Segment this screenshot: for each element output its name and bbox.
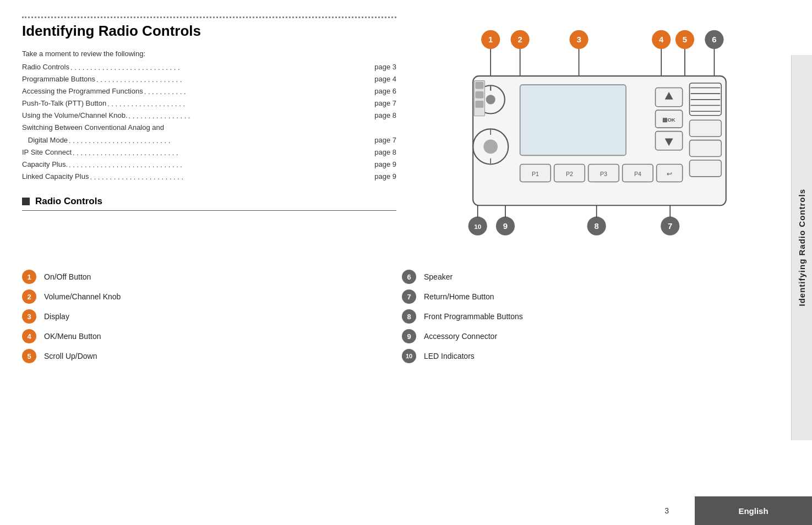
- main-content: Identifying Radio Controls Take a moment…: [22, 17, 396, 223]
- svg-text:▦OK: ▦OK: [662, 117, 675, 123]
- sidebar-tab: Identifying Radio Controls: [791, 55, 812, 440]
- control-label-8: Front Programmable Buttons: [424, 312, 523, 321]
- control-item-4: 4 OK/Menu Button: [22, 329, 402, 343]
- toc-intro: Take a moment to review the following:: [22, 50, 396, 58]
- section-title: Radio Controls: [22, 196, 396, 211]
- toc-item: IP Site Connect . . . . . . . . . . . . …: [22, 146, 396, 158]
- control-item-2: 2 Volume/Channel Knob: [22, 289, 402, 304]
- control-label-7: Return/Home Button: [424, 292, 494, 301]
- svg-text:7: 7: [668, 221, 672, 231]
- control-label-4: OK/Menu Button: [44, 332, 101, 341]
- svg-rect-53: [475, 82, 483, 89]
- svg-text:1: 1: [488, 35, 493, 44]
- badge-8: 8: [402, 309, 416, 324]
- control-item-1: 1 On/Off Button: [22, 270, 402, 284]
- sidebar-tab-text: Identifying Radio Controls: [797, 189, 806, 307]
- control-label-10: LED Indicators: [424, 352, 475, 360]
- control-item-8: 8 Front Programmable Buttons: [402, 309, 782, 324]
- toc-item: Capacity Plus. . . . . . . . . . . . . .…: [22, 158, 396, 171]
- toc-item: Radio Controls . . . . . . . . . . . . .…: [22, 61, 396, 73]
- language-bar: English: [695, 496, 812, 525]
- svg-text:P4: P4: [634, 171, 641, 177]
- toc-item: Switching Between Conventional Analog an…: [22, 122, 396, 134]
- control-label-3: Display: [44, 312, 69, 321]
- toc-item: Digital Mode . . . . . . . . . . . . . .…: [22, 134, 396, 146]
- control-label-2: Volume/Channel Knob: [44, 292, 121, 301]
- badge-2: 2: [22, 289, 36, 304]
- svg-rect-51: [690, 160, 722, 177]
- badge-3: 3: [22, 309, 36, 324]
- svg-text:4: 4: [659, 35, 664, 44]
- svg-point-20: [486, 95, 495, 104]
- control-label-6: Speaker: [424, 272, 453, 281]
- svg-rect-54: [475, 91, 483, 99]
- svg-text:10: 10: [474, 223, 482, 230]
- controls-two-col: 1 On/Off Button 2 Volume/Channel Knob 3 …: [22, 270, 782, 363]
- control-item-6: 6 Speaker: [402, 270, 782, 284]
- decorative-dotted-line: [22, 17, 396, 18]
- toc-item: Using the Volume/Channel Knob. . . . . .…: [22, 110, 396, 122]
- svg-rect-50: [690, 140, 722, 157]
- svg-text:↩: ↩: [667, 170, 672, 177]
- badge-10: 10: [402, 349, 416, 363]
- badge-1: 1: [22, 270, 36, 284]
- section-title-icon: [22, 198, 30, 205]
- control-item-10: 10 LED Indicators: [402, 349, 782, 363]
- toc-item: Push-To-Talk (PTT) Button . . . . . . . …: [22, 97, 396, 110]
- control-item-5: 5 Scroll Up/Down: [22, 349, 402, 363]
- page-number: 3: [664, 506, 669, 515]
- svg-text:5: 5: [683, 35, 687, 44]
- svg-point-23: [483, 140, 498, 154]
- svg-rect-26: [520, 85, 626, 155]
- svg-text:3: 3: [576, 35, 581, 44]
- radio-diagram-area: 1 2 3 4 5 6: [438, 17, 779, 253]
- control-item-7: 7 Return/Home Button: [402, 289, 782, 304]
- svg-text:P2: P2: [566, 171, 573, 177]
- table-of-contents: Take a moment to review the following: R…: [22, 50, 396, 183]
- badge-9: 9: [402, 329, 416, 343]
- controls-col-left: 1 On/Off Button 2 Volume/Channel Knob 3 …: [22, 270, 402, 363]
- section-title-text: Radio Controls: [35, 196, 102, 207]
- svg-text:2: 2: [517, 35, 522, 44]
- badge-6: 6: [402, 270, 416, 284]
- svg-text:6: 6: [712, 35, 716, 44]
- svg-rect-49: [690, 120, 722, 136]
- page-title: Identifying Radio Controls: [22, 23, 396, 40]
- toc-item: Linked Capacity Plus . . . . . . . . . .…: [22, 171, 396, 183]
- radio-diagram-svg: 1 2 3 4 5 6: [438, 17, 779, 253]
- language-label: English: [738, 506, 768, 516]
- badge-7: 7: [402, 289, 416, 304]
- toc-item: Accessing the Programmed Functions . . .…: [22, 85, 396, 97]
- svg-text:P1: P1: [532, 171, 539, 177]
- svg-text:8: 8: [594, 221, 598, 231]
- toc-item: Programmable Buttons . . . . . . . . . .…: [22, 73, 396, 85]
- control-label-9: Accessory Connector: [424, 332, 497, 341]
- svg-rect-55: [475, 101, 483, 108]
- badge-5: 5: [22, 349, 36, 363]
- controls-col-right: 6 Speaker 7 Return/Home Button 8 Front P…: [402, 270, 782, 363]
- control-label-5: Scroll Up/Down: [44, 352, 97, 360]
- badge-4: 4: [22, 329, 36, 343]
- control-item-9: 9 Accessory Connector: [402, 329, 782, 343]
- control-label-1: On/Off Button: [44, 272, 91, 281]
- svg-text:9: 9: [503, 221, 508, 231]
- svg-text:P3: P3: [600, 171, 607, 177]
- control-item-3: 3 Display: [22, 309, 402, 324]
